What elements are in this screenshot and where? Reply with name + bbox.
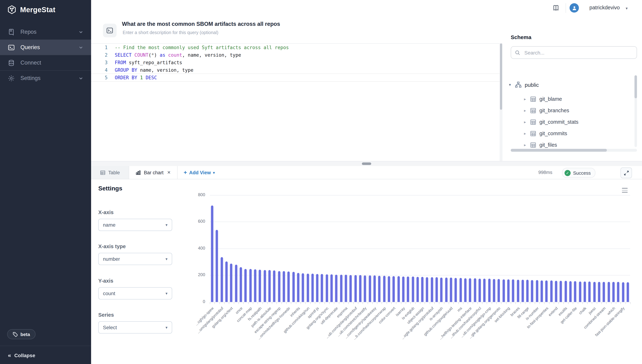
bar-24[interactable] [326, 274, 328, 302]
close-tab-icon[interactable]: ✕ [167, 170, 171, 175]
bar-40[interactable] [402, 276, 404, 302]
bar-78[interactable] [584, 282, 586, 302]
bar-59[interactable] [493, 279, 495, 302]
bar-25[interactable] [330, 274, 333, 302]
bar-38[interactable] [392, 276, 395, 302]
bar-19[interactable] [302, 273, 304, 302]
schema-vertical-scrollbar-thumb[interactable] [634, 75, 637, 98]
editor-scrollbar-thumb[interactable] [500, 44, 502, 110]
bar-27[interactable] [340, 275, 342, 302]
bar-87[interactable] [626, 282, 629, 302]
schema-vertical-scrollbar[interactable] [634, 75, 637, 147]
bar-50[interactable] [450, 278, 452, 302]
bar-37[interactable] [388, 276, 390, 302]
tab-bar-chart[interactable]: Bar chart ✕ [129, 166, 178, 179]
bar-55[interactable] [474, 278, 476, 302]
bar-57[interactable] [483, 279, 486, 302]
bar-21[interactable] [311, 274, 314, 302]
setting-dropdown[interactable]: name▾ [98, 219, 172, 231]
bar-7[interactable] [244, 269, 247, 302]
schema-search-input[interactable] [524, 49, 633, 56]
bar-45[interactable] [426, 277, 428, 302]
bar-1[interactable] [216, 230, 218, 302]
bar-71[interactable] [550, 280, 553, 302]
bar-9[interactable] [254, 270, 256, 302]
avatar[interactable] [570, 3, 579, 12]
setting-dropdown[interactable]: count▾ [98, 287, 172, 300]
sidebar-item-repos[interactable]: Repos [0, 24, 91, 40]
bar-79[interactable] [588, 282, 591, 302]
bar-77[interactable] [579, 281, 581, 302]
bar-14[interactable] [278, 271, 280, 302]
bar-6[interactable] [240, 267, 242, 302]
bar-86[interactable] [622, 282, 624, 302]
chevron-right-icon[interactable]: ▸ [524, 120, 527, 124]
bar-64[interactable] [517, 280, 519, 302]
bar-56[interactable] [478, 278, 481, 302]
chart-menu-icon[interactable] [622, 188, 628, 192]
bar-20[interactable] [306, 274, 309, 302]
bar-35[interactable] [378, 276, 381, 302]
chevron-right-icon[interactable]: ▸ [524, 131, 527, 136]
bar-3[interactable] [225, 262, 228, 302]
bar-15[interactable] [282, 271, 285, 302]
schema-table-git_branches[interactable]: ▸git_branches [524, 105, 635, 116]
sql-line-3[interactable]: 3FROM syft_repo_artifacts [91, 59, 500, 66]
bar-54[interactable] [469, 278, 472, 302]
bar-16[interactable] [288, 271, 290, 302]
user-menu-caret-icon[interactable]: ▾ [626, 6, 628, 11]
bar-28[interactable] [345, 275, 347, 302]
bar-23[interactable] [321, 274, 323, 302]
bar-34[interactable] [373, 276, 376, 302]
bar-49[interactable] [445, 278, 448, 302]
bar-8[interactable] [249, 269, 252, 302]
bar-73[interactable] [560, 281, 562, 302]
bar-30[interactable] [354, 275, 357, 302]
bar-58[interactable] [488, 279, 490, 302]
bar-74[interactable] [564, 281, 567, 302]
bar-10[interactable] [259, 270, 261, 302]
bar-17[interactable] [292, 272, 295, 302]
setting-dropdown[interactable]: number▾ [98, 253, 172, 265]
sql-line-1[interactable]: 1-- Find the most commonly used Syft art… [91, 44, 500, 51]
setting-dropdown[interactable]: Select▾ [98, 321, 172, 334]
chevron-right-icon[interactable]: ▸ [524, 108, 527, 113]
bar-4[interactable] [230, 264, 232, 302]
schema-horizontal-scrollbar[interactable] [511, 149, 637, 152]
bar-41[interactable] [407, 276, 409, 302]
bar-76[interactable] [574, 281, 576, 302]
sidebar-item-settings[interactable]: Settings [0, 71, 91, 86]
sidebar-item-connect[interactable]: Connect [0, 55, 91, 70]
bar-22[interactable] [316, 274, 318, 302]
query-description-input[interactable] [122, 30, 324, 36]
bar-13[interactable] [273, 270, 276, 302]
query-title[interactable]: What are the most common SBOM artifacts … [122, 21, 280, 27]
bar-48[interactable] [440, 278, 443, 302]
chevron-right-icon[interactable]: ▸ [524, 142, 527, 147]
chevron-down-icon[interactable]: ▾ [509, 82, 512, 87]
bar-67[interactable] [531, 280, 534, 302]
bar-44[interactable] [421, 277, 424, 302]
bar-65[interactable] [522, 280, 524, 302]
bar-63[interactable] [512, 280, 514, 302]
schema-table-git_commits[interactable]: ▸git_commits [524, 128, 635, 139]
expand-icon[interactable] [620, 168, 632, 178]
bar-47[interactable] [436, 278, 438, 302]
editor-scrollbar[interactable] [500, 44, 502, 161]
tab-table[interactable]: Table [91, 166, 129, 179]
bar-70[interactable] [545, 280, 548, 302]
bar-39[interactable] [397, 276, 400, 302]
bar-29[interactable] [350, 275, 352, 302]
bar-53[interactable] [464, 278, 466, 302]
sql-line-4[interactable]: 4GROUP BY name, version, type [91, 66, 500, 74]
sidebar-item-queries[interactable]: Queries [0, 40, 91, 55]
bar-82[interactable] [603, 282, 605, 302]
sql-line-2[interactable]: 2SELECT COUNT(*) as count, name, version… [91, 51, 500, 59]
sql-editor[interactable]: 1-- Find the most commonly used Syft art… [91, 44, 500, 162]
bar-43[interactable] [416, 277, 419, 302]
bar-66[interactable] [526, 280, 529, 302]
bar-83[interactable] [608, 282, 610, 302]
bar-36[interactable] [383, 276, 386, 302]
bar-80[interactable] [593, 282, 596, 302]
bar-69[interactable] [540, 280, 543, 302]
